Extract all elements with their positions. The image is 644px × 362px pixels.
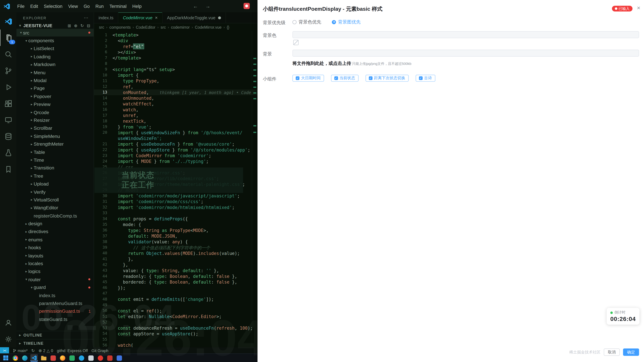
taskbar-vscode[interactable] <box>30 354 38 362</box>
bg-color-input[interactable] <box>292 31 639 38</box>
code-line[interactable]: 3 ref="el" <box>94 43 258 49</box>
timeline-section[interactable]: ▸ TIMELINE <box>16 339 94 347</box>
breadcrumb-item[interactable]: CodeEditor <box>136 25 155 29</box>
code-line[interactable]: 56 watch( <box>94 342 258 347</box>
widget-checkbox-[interactable]: ✓距离下次状态切换 <box>365 75 408 82</box>
remote-indicator[interactable]: >< <box>0 347 9 354</box>
githd-status[interactable]: githd: Express Off <box>57 348 88 353</box>
taskbar-app-gray[interactable] <box>87 354 94 362</box>
tab-codemirror-vue[interactable]: CodeMirror.vue× <box>118 12 162 23</box>
tree-item-resizer[interactable]: ▸Resizer <box>16 116 94 124</box>
breadcrumb-item[interactable]: codemirror <box>171 25 190 29</box>
code-line[interactable]: 17 unref, <box>94 112 258 118</box>
code-line[interactable]: 22 import { useAppStore } from '/@/store… <box>94 147 258 153</box>
tree-item-locales[interactable]: ▸locales <box>16 260 94 268</box>
tree-item-listselect[interactable]: ▸ListSelect <box>16 44 94 52</box>
git-graph-button[interactable]: Git Graph <box>92 348 108 353</box>
code-line[interactable]: 16 watch, <box>94 107 258 112</box>
tree-item-router[interactable]: ▾router <box>16 276 94 283</box>
tree-item-directives[interactable]: ▸directives <box>16 228 94 236</box>
tab-close-icon[interactable]: × <box>155 15 158 20</box>
remote-explorer-icon[interactable] <box>0 112 16 128</box>
tree-item-qrcode[interactable]: ▸Qrcode <box>16 108 94 116</box>
database-icon[interactable] <box>0 128 16 144</box>
refresh-explorer-icon[interactable]: ↻ <box>80 23 84 28</box>
code-line[interactable]: useWindowSizeFn'; <box>94 135 258 141</box>
code-line[interactable]: 54 const appStore = useAppStore(); <box>94 331 258 337</box>
tree-item-tree[interactable]: ▸Tree <box>16 172 94 180</box>
menu-edit[interactable]: Edit <box>27 2 41 10</box>
breadcrumb-item[interactable]: CodeMirror.vue <box>195 25 222 29</box>
tree-item-lo-ading[interactable]: ▸Lo​ading <box>16 53 94 60</box>
code-line[interactable]: 37 default: MODE.JSON, <box>94 233 258 239</box>
tree-item-preview[interactable]: ▸Preview <box>16 100 94 108</box>
taskbar-edge[interactable] <box>21 354 28 362</box>
code-line[interactable]: 10 import { <box>94 72 258 78</box>
cancel-button[interactable]: 取消 <box>604 349 620 356</box>
breadcrumb-item[interactable]: components <box>109 25 131 29</box>
code-line[interactable]: 39 // 这个值必须匹配下列字符串中的一个 <box>94 245 258 250</box>
extensions-icon[interactable] <box>0 95 16 112</box>
tree-item-permissionguard-ts[interactable]: permissionGuard.ts1 <box>16 307 94 315</box>
code-line[interactable]: 6 ></div> <box>94 49 258 55</box>
tree-item-hooks[interactable]: ▸hooks <box>16 244 94 252</box>
more-actions-icon[interactable]: ⋯ <box>84 15 89 21</box>
menu-go[interactable]: Go <box>81 2 92 10</box>
tab-index-ts[interactable]: index.ts <box>94 12 118 23</box>
taskbar-firefox[interactable] <box>59 354 66 362</box>
bookmarks-icon[interactable] <box>0 161 16 177</box>
tree-item-table[interactable]: ▸Table <box>16 148 94 156</box>
new-folder-icon[interactable]: ⊕ <box>74 23 78 28</box>
taskbar-chrome[interactable] <box>12 354 19 362</box>
menu-selection[interactable]: Selection <box>41 2 65 10</box>
code-line[interactable]: 15 watchEffect, <box>94 101 258 107</box>
code-line[interactable]: 14 onUnmounted, <box>94 95 258 101</box>
run-debug-icon[interactable] <box>0 79 16 95</box>
code-line[interactable]: 34 const props = defineProps({ <box>94 216 258 222</box>
tree-item-layouts[interactable]: ▸layouts <box>16 252 94 259</box>
menu-file[interactable]: File <box>14 2 28 10</box>
tree-item-wangeditor[interactable]: ▸WangEditor <box>16 204 94 212</box>
code-line[interactable]: 8 <box>94 61 258 66</box>
code-line[interactable]: 51 let editor: Nullable<CodeMirror.Edito… <box>94 314 258 319</box>
code-line[interactable]: 44 readonly: { type: Boolean, default: f… <box>94 273 258 279</box>
code-line[interactable]: 33 <box>94 210 258 216</box>
code-line[interactable]: 36 type: String as PropType<MODE>, <box>94 227 258 233</box>
tree-item-design[interactable]: ▸design <box>16 220 94 228</box>
taskbar-start[interactable] <box>2 354 10 362</box>
code-line[interactable]: 38 validator(value: any) { <box>94 239 258 245</box>
code-line[interactable]: 7</template> <box>94 55 258 61</box>
code-line[interactable]: 11 type PropType, <box>94 78 258 84</box>
tree-item-markdown[interactable]: ▸Markdown <box>16 60 94 68</box>
code-line[interactable]: 55 <box>94 337 258 342</box>
code-line[interactable]: 32 import 'codemirror/mode/htmlmixed/htm… <box>94 204 258 210</box>
code-line[interactable]: 35 mode: { <box>94 222 258 227</box>
source-control-icon[interactable] <box>0 62 16 79</box>
taskbar-app-blue[interactable] <box>116 354 123 362</box>
menu-view[interactable]: View <box>65 2 81 10</box>
widget-checkbox-[interactable]: ✓古诗 <box>416 75 435 82</box>
nav-back-icon[interactable]: ← <box>193 3 198 9</box>
code-line[interactable]: 48 const emit = defineEmits(['change']); <box>94 296 258 302</box>
code-line[interactable]: 50 const el = ref(); <box>94 308 258 314</box>
code-line[interactable]: 47 <box>94 291 258 296</box>
taskbar-qq[interactable] <box>78 354 85 362</box>
color-picker-swatch[interactable] <box>293 40 299 45</box>
account-icon[interactable] <box>0 314 16 331</box>
new-file-icon[interactable]: ⊞ <box>68 23 71 28</box>
code-line[interactable]: 2 <div <box>94 38 258 43</box>
tree-item-components[interactable]: ▾components <box>16 37 94 44</box>
sync-button[interactable]: ↻ <box>31 348 35 353</box>
tree-item-transition[interactable]: ▸Transition <box>16 164 94 172</box>
tree-item-guard[interactable]: ▾guard <box>16 283 94 291</box>
tree-item-strengthmeter[interactable]: ▸StrengthMeter <box>16 140 94 148</box>
tree-item-enums[interactable]: ▸enums <box>16 236 94 244</box>
code-line[interactable]: 19 } from 'vue'; <box>94 124 258 130</box>
tree-item-verify[interactable]: ▸Verify <box>16 188 94 196</box>
radio-bg-image-priority[interactable]: 背景图优先 <box>332 19 360 25</box>
tree-item-simplemenu[interactable]: ▸SimpleMenu <box>16 132 94 140</box>
tree-item-upload[interactable]: ▸Upload <box>16 180 94 188</box>
tab-appdarkmodetoggle-vue[interactable]: AppDarkModeToggle.vue <box>162 12 226 23</box>
code-line[interactable]: 23 import CodeMirror from 'codemirror'; <box>94 153 258 158</box>
code-line[interactable]: 40 return Object.values(MODE).includes(v… <box>94 250 258 256</box>
